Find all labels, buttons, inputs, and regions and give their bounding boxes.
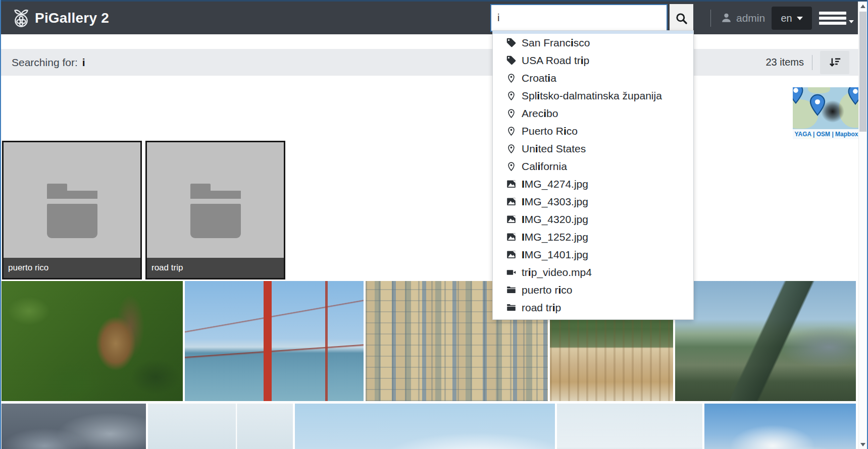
window-border <box>0 0 868 2</box>
photo-thumbnail-city-clouds[interactable] <box>704 404 856 449</box>
folder-icon <box>47 184 97 239</box>
suggestion-item[interactable]: trip_video.mp4 <box>493 263 693 281</box>
photo-thumbnail-sky-panorama[interactable] <box>295 404 555 449</box>
video-icon <box>506 267 517 277</box>
user-menu[interactable]: admin <box>720 2 765 34</box>
suggestion-item[interactable]: road trip <box>493 299 693 316</box>
location-icon <box>506 73 517 83</box>
photo-thumbnail-storm-clouds[interactable] <box>2 404 146 449</box>
map-preview[interactable]: YAGA | OSM | Mapbox <box>793 87 860 139</box>
top-navbar: PiGallery 2 admin en <box>1 2 858 34</box>
image-icon <box>506 214 517 224</box>
photo-thumbnail-mountains[interactable] <box>675 281 856 401</box>
status-divider <box>812 55 812 70</box>
tag-icon <box>506 55 517 66</box>
suggestion-item[interactable]: Croatia <box>493 69 693 87</box>
tag-icon <box>506 37 517 48</box>
photo-thumbnail-squirrel[interactable] <box>2 281 183 401</box>
suggestion-item[interactable]: California <box>493 157 693 175</box>
search-status-bar: Searching for:i 23 items <box>1 49 858 76</box>
location-icon <box>506 143 517 154</box>
search-suggestions-dropdown: San Francisco USA Road trip Croatia Spli… <box>492 30 694 320</box>
arrow-up-icon <box>860 5 865 8</box>
window-border <box>0 0 1 449</box>
suggestion-item[interactable]: Splitsko-dalmatinska županija <box>493 87 693 104</box>
photo-thumbnail-waterfront[interactable] <box>557 404 702 449</box>
suggestion-item[interactable]: USA Road trip <box>493 51 693 69</box>
image-icon <box>506 179 517 189</box>
folder-icon <box>506 285 517 295</box>
map-attribution: YAGA | OSM | Mapbox <box>793 129 860 139</box>
suggestion-item[interactable]: Arecibo <box>493 104 693 122</box>
main-menu-button[interactable] <box>819 2 854 34</box>
app-title: PiGallery 2 <box>35 10 109 26</box>
location-icon <box>506 126 517 136</box>
pigallery-window: PiGallery 2 admin en Searching for:i 23 … <box>0 0 868 449</box>
language-value: en <box>781 13 792 24</box>
map-pin-icon <box>844 87 860 105</box>
scroll-down-button[interactable] <box>859 440 867 449</box>
suggestion-item[interactable]: IMG_1401.jpg <box>493 246 693 263</box>
search-button[interactable] <box>670 4 693 32</box>
caret-down-icon <box>797 17 803 20</box>
raspberry-pi-icon <box>11 7 31 29</box>
searching-for-label: Searching for:i <box>12 49 85 76</box>
photo-thumbnail-teal-building[interactable] <box>148 404 293 449</box>
suggestion-item[interactable]: IMG_4320.jpg <box>493 210 693 228</box>
search-input[interactable] <box>490 4 668 32</box>
items-count: 23 items <box>765 49 804 76</box>
scrollbar-thumb[interactable] <box>859 12 866 132</box>
search-icon <box>675 12 688 25</box>
map-pin-icon <box>793 87 807 104</box>
navbar-divider <box>710 10 711 27</box>
location-icon <box>506 90 517 101</box>
sort-button[interactable] <box>820 51 849 74</box>
suggestion-item[interactable]: IMG_4274.jpg <box>493 175 693 193</box>
search-query: i <box>82 57 85 68</box>
location-icon <box>506 108 517 119</box>
suggestion-item[interactable]: IMG_4303.jpg <box>493 193 693 210</box>
caret-down-icon <box>849 20 854 23</box>
app-logo[interactable]: PiGallery 2 <box>11 2 109 34</box>
folder-icon <box>190 184 241 239</box>
folder-tile-road-trip[interactable]: road trip <box>145 141 285 279</box>
map-landmass <box>808 87 830 93</box>
scrollbar <box>858 2 867 449</box>
suggestion-item[interactable]: San Francisco <box>493 34 693 51</box>
folder-tile-puerto-rico[interactable]: puerto rico <box>2 141 142 279</box>
photo-thumbnail-golden-gate[interactable] <box>185 281 364 401</box>
user-name: admin <box>736 12 765 24</box>
image-icon <box>506 196 517 207</box>
image-icon <box>506 249 517 260</box>
image-icon <box>506 232 517 242</box>
suggestion-item[interactable]: puerto rico <box>493 281 693 299</box>
suggestion-item[interactable]: United States <box>493 140 693 157</box>
suggestion-item[interactable]: Puerto Rico <box>493 122 693 140</box>
arrow-down-icon <box>860 443 865 446</box>
folder-name: puerto rico <box>4 258 140 278</box>
folder-name: road trip <box>147 258 284 278</box>
sort-amount-down-icon <box>828 56 842 70</box>
language-selector[interactable]: en <box>772 7 812 30</box>
hamburger-menu-icon <box>819 12 846 25</box>
folder-icon <box>506 302 517 313</box>
user-icon <box>720 12 733 24</box>
scroll-up-button[interactable] <box>859 2 867 11</box>
map-pin-icon <box>806 93 829 117</box>
search-area <box>490 4 693 32</box>
suggestion-item[interactable]: IMG_1252.jpg <box>493 228 693 246</box>
location-icon <box>506 161 517 172</box>
